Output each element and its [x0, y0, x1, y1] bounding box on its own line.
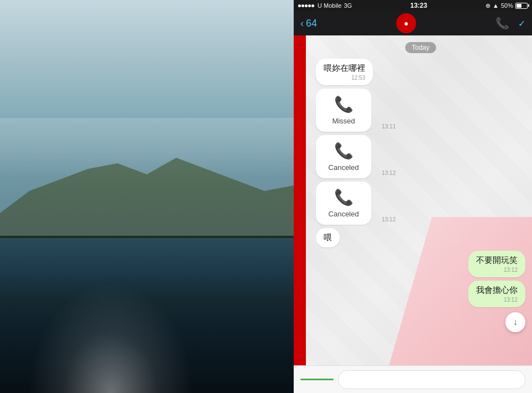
phone-icon-2: 📞 [334, 142, 354, 160]
signal-icon [298, 4, 314, 7]
message-bubble-2: 喂 [316, 228, 340, 247]
back-button[interactable]: ‹ 64 [300, 18, 317, 29]
avatar-container: ● [321, 13, 491, 33]
call-time-3: 13:12 [382, 216, 396, 223]
call-bubble-canceled-1: 📞 Canceled 13:12 [316, 135, 371, 178]
network-label: 3G [344, 2, 352, 9]
status-left: U Mobile 3G [298, 2, 352, 9]
back-count: 64 [306, 18, 317, 29]
message-row-call-2: 📞 Canceled 13:12 [316, 135, 525, 178]
more-icon[interactable]: ✓ [518, 18, 525, 29]
message-row-call-1: 📞 Missed 13:11 [316, 89, 525, 132]
call-bubble-missed: 📞 Missed 13:11 [316, 89, 371, 132]
call-time-1: 13:11 [382, 123, 396, 130]
back-chevron-icon: ‹ [300, 18, 304, 29]
message-text-1: 喂妳在哪裡 [324, 63, 365, 74]
call-icon[interactable]: 📞 [495, 17, 509, 30]
message-text-2: 喂 [324, 232, 332, 243]
time-label: 13:23 [410, 2, 427, 9]
message-bubble-4: 我會擔心你 13:12 [468, 281, 525, 307]
phone-icon: 📞 [334, 95, 354, 113]
status-right: ⊕ ▲ 50% [485, 2, 528, 9]
message-row-call-3: 📞 Canceled 13:12 [316, 182, 525, 225]
arrow-icon: ▲ [493, 2, 499, 9]
date-divider: Today [316, 42, 525, 53]
call-label-canceled-2: Canceled [329, 210, 359, 218]
location-icon: ⊕ [485, 2, 490, 9]
scroll-down-button[interactable]: ↓ [505, 312, 525, 332]
green-indicator [300, 379, 334, 380]
call-label-missed: Missed [332, 117, 355, 125]
carrier-label: U Mobile [318, 2, 341, 9]
message-bubble-1: 喂妳在哪裡 12:53 [316, 59, 373, 85]
battery-label: 50% [501, 2, 513, 9]
message-text-4: 我會擔心你 [476, 285, 518, 296]
date-badge: Today [405, 42, 436, 53]
photo-panel [0, 0, 294, 393]
header-actions: 📞 ✓ [495, 17, 525, 30]
message-input[interactable] [338, 370, 525, 389]
message-row: 喂妳在哪裡 12:53 [316, 59, 525, 85]
avatar-letter: ● [404, 19, 408, 28]
chat-area[interactable]: Today 喂妳在哪裡 12:53 📞 Missed 13:11 [294, 35, 532, 365]
message-row-4: 我會擔心你 13:12 [316, 281, 525, 307]
chat-content: Today 喂妳在哪裡 12:53 📞 Missed 13:11 [300, 40, 525, 307]
avatar[interactable]: ● [396, 13, 416, 33]
call-time-2: 13:12 [382, 170, 396, 176]
chat-header: ‹ 64 ● 📞 ✓ [294, 11, 532, 35]
message-time-3: 13:12 [476, 267, 518, 273]
status-bar: U Mobile 3G 13:23 ⊕ ▲ 50% [294, 0, 532, 11]
message-bubble-3: 不要開玩笑 13:12 [468, 251, 525, 277]
chat-panel: U Mobile 3G 13:23 ⊕ ▲ 50% ‹ 64 ● 📞 ✓ [294, 0, 532, 393]
call-label-canceled-1: Canceled [329, 163, 359, 172]
message-time-1: 12:53 [324, 75, 365, 81]
chat-input-bar [294, 365, 532, 393]
battery-icon [515, 3, 528, 9]
call-bubble-canceled-2: 📞 Canceled 13:12 [316, 182, 371, 225]
message-text-3: 不要開玩笑 [476, 255, 518, 266]
message-row-3: 不要開玩笑 13:12 [316, 251, 525, 277]
message-row-2: 喂 [316, 228, 525, 247]
message-time-4: 13:12 [476, 297, 518, 303]
phone-icon-3: 📞 [334, 188, 354, 206]
